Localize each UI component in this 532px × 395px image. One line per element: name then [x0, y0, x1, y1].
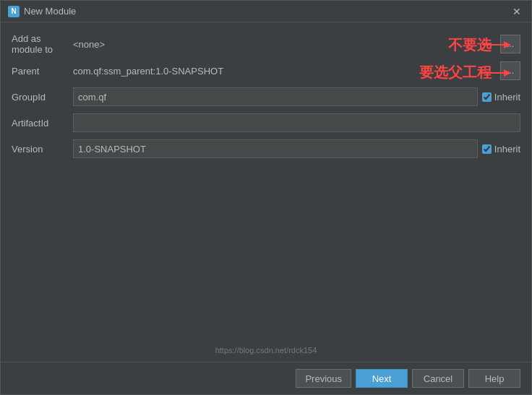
version-inherit-group: Inherit	[482, 144, 520, 155]
title-bar-left: N New Module	[8, 6, 76, 17]
footer: Previous Next Cancel Help	[1, 362, 531, 394]
new-module-dialog: N New Module ✕ Add as module to <none> .…	[0, 0, 532, 395]
groupid-inherit-group: Inherit	[482, 92, 520, 103]
help-button[interactable]: Help	[468, 369, 520, 388]
dialog-title: New Module	[24, 6, 76, 17]
version-input[interactable]	[73, 139, 478, 158]
add-as-module-label: Add as module to	[12, 33, 73, 55]
close-button[interactable]: ✕	[510, 4, 524, 19]
parent-row: Parent com.qf:ssm_parent:1.0-SNAPSHOT ..…	[12, 61, 520, 81]
title-bar: N New Module ✕	[1, 1, 531, 22]
version-inherit-checkbox[interactable]	[482, 144, 492, 154]
artifactid-row: ArtifactId	[12, 113, 520, 133]
groupid-row: GroupId Inherit	[12, 87, 520, 107]
parent-browse-button[interactable]: ...	[500, 61, 520, 80]
version-row: Version Inherit	[12, 139, 520, 159]
groupid-label: GroupId	[12, 92, 73, 103]
parent-label: Parent	[12, 66, 73, 77]
next-button[interactable]: Next	[356, 369, 408, 388]
previous-button[interactable]: Previous	[296, 369, 351, 388]
version-inherit-label: Inherit	[494, 144, 520, 155]
artifactid-label: ArtifactId	[12, 118, 73, 129]
form-content: Add as module to <none> ... Parent com.q…	[1, 22, 531, 362]
parent-value: com.qf:ssm_parent:1.0-SNAPSHOT	[73, 66, 223, 77]
dialog-icon: N	[8, 6, 20, 17]
artifactid-input[interactable]	[73, 113, 520, 132]
groupid-inherit-label: Inherit	[494, 92, 520, 103]
parent-field-group: com.qf:ssm_parent:1.0-SNAPSHOT ...	[73, 61, 520, 80]
cancel-button[interactable]: Cancel	[412, 369, 464, 388]
version-label: Version	[12, 144, 73, 155]
groupid-input[interactable]	[73, 87, 478, 106]
add-as-module-field-group: <none> ...	[73, 35, 520, 53]
add-as-module-browse-button[interactable]: ...	[500, 35, 520, 53]
groupid-inherit-checkbox[interactable]	[482, 92, 492, 102]
add-as-module-value: <none>	[73, 39, 105, 50]
add-as-module-row: Add as module to <none> ...	[12, 33, 520, 55]
